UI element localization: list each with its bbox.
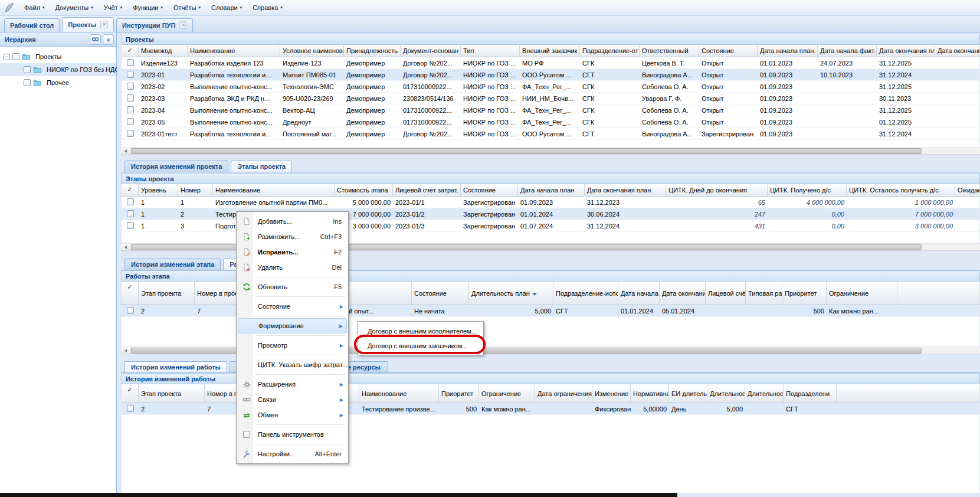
sidebar-splitter[interactable]: [117, 32, 121, 497]
column-header[interactable]: Ограничение: [827, 282, 897, 305]
row-checkbox[interactable]: [127, 118, 134, 125]
table-row[interactable]: 2023-04Выполнение опытно-конс...Вектор-А…: [122, 104, 979, 116]
column-header[interactable]: Дата окончания план: [660, 282, 706, 305]
column-header[interactable]: ✓: [122, 282, 139, 305]
search-icon[interactable]: [90, 34, 101, 45]
context-menu-item[interactable]: Формирование▶: [238, 318, 347, 333]
column-header[interactable]: Подразделени: [784, 384, 837, 403]
main-tab[interactable]: Инструкции ПУП✕: [116, 18, 193, 32]
menubar-item[interactable]: Отчёты▾: [168, 2, 206, 14]
context-menu-item[interactable]: Расширения▶: [238, 377, 347, 392]
main-tab[interactable]: Рабочий стол: [4, 18, 60, 32]
context-menu-item[interactable]: Размножить...Ctrl+F3: [238, 229, 347, 244]
context-menu-item[interactable]: Состояние▶: [238, 299, 347, 314]
menubar-item[interactable]: Функции▾: [127, 2, 168, 14]
scroll-left-button[interactable]: [121, 347, 130, 354]
tree-expander-icon[interactable]: −: [4, 54, 10, 60]
scroll-left-button[interactable]: [121, 244, 130, 250]
column-header[interactable]: Тип: [461, 45, 520, 57]
tab-works[interactable]: История изменений этапа: [124, 259, 221, 270]
context-menu-item[interactable]: ЦИТК. Указать шифр затрат...: [238, 357, 347, 372]
main-tab[interactable]: Проекты✕: [62, 17, 114, 32]
column-header[interactable]: Дата ограничения: [535, 384, 592, 403]
row-checkbox[interactable]: [127, 94, 134, 102]
column-header[interactable]: Ожидае: [955, 184, 980, 196]
column-header[interactable]: Нормативная длит: [631, 384, 669, 403]
column-header[interactable]: ЦИТК. Получено д/с: [768, 184, 847, 196]
column-header[interactable]: Ответственный: [640, 45, 699, 57]
table-row[interactable]: 11Изготовление опытной партии ПМ0...5 00…: [122, 197, 979, 208]
row-checkbox[interactable]: [127, 106, 134, 113]
column-header[interactable]: Номер: [178, 184, 213, 196]
column-header[interactable]: Ограничение: [479, 384, 535, 403]
context-menu-item[interactable]: Связи▶: [238, 392, 347, 407]
column-header[interactable]: ЦИТК. Дней до окончания: [666, 184, 768, 196]
context-menu-item[interactable]: Панель инструментов: [238, 427, 347, 442]
column-header[interactable]: ЕИ длительности: [669, 384, 707, 403]
column-header[interactable]: Подразделение-исполнитель..: [553, 282, 618, 305]
column-header[interactable]: Документ-основан: [401, 45, 461, 57]
context-menu-item[interactable]: Просмотр▶: [238, 338, 347, 353]
row-checkbox[interactable]: [127, 198, 134, 205]
column-header[interactable]: Дата окончания план: [585, 184, 666, 196]
tree-checkbox[interactable]: [24, 66, 31, 73]
column-header[interactable]: Длительность пла: [707, 384, 745, 403]
context-menu-item[interactable]: Исправить...F2: [238, 244, 347, 260]
column-header[interactable]: Этап проекта: [139, 282, 195, 305]
close-icon[interactable]: ✕: [100, 21, 108, 28]
column-header[interactable]: Лицевой счёт затрат.: [393, 184, 461, 196]
column-header[interactable]: Длительность план: [469, 282, 553, 305]
column-header[interactable]: [897, 282, 980, 305]
column-header[interactable]: [837, 384, 980, 403]
column-header[interactable]: Состояние: [699, 45, 758, 57]
table-row[interactable]: 2023-05Выполнение опытно-конс...Дредноут…: [122, 116, 979, 128]
column-header[interactable]: Состояние: [461, 184, 518, 196]
column-header[interactable]: ЦИТК. Осталось получить д/с: [847, 184, 955, 196]
column-header[interactable]: Внешний заказчик: [520, 45, 580, 57]
column-header[interactable]: Дата начала план: [518, 184, 585, 196]
tree-checkbox[interactable]: [24, 79, 31, 86]
column-header[interactable]: Этап проекта: [139, 384, 205, 403]
tab-stages[interactable]: Этапы проекта: [231, 161, 292, 172]
column-header[interactable]: ✓: [122, 45, 139, 57]
table-row[interactable]: 2023-03Разработка ЭКД и РКД н...905-U020…: [122, 93, 979, 104]
menubar-item[interactable]: Словари▾: [206, 2, 247, 14]
column-header[interactable]: Принадлежность: [344, 45, 401, 57]
tree-item[interactable]: НИОКР по ГОЗ без НДС: [0, 63, 116, 76]
column-header[interactable]: Дата начала план.: [758, 45, 818, 57]
column-header[interactable]: Наименование: [188, 45, 280, 57]
column-header[interactable]: Приоритет: [782, 282, 827, 305]
context-menu-item[interactable]: ОбновитьF5: [238, 279, 347, 295]
column-header[interactable]: Типовая работа: [746, 282, 782, 305]
row-checkbox[interactable]: [127, 130, 134, 137]
row-checkbox[interactable]: [127, 307, 134, 314]
row-checkbox[interactable]: [127, 210, 134, 217]
column-header[interactable]: Дата окончани: [935, 45, 980, 57]
column-header[interactable]: ✓: [122, 384, 139, 403]
column-header[interactable]: Приоритет: [439, 384, 479, 403]
table-row[interactable]: 2023-02Выполнение опытно-конс...Технолог…: [122, 81, 979, 93]
tab-work_history[interactable]: История изменений работы: [124, 361, 227, 372]
horizontal-scrollbar[interactable]: [121, 147, 980, 155]
row-checkbox[interactable]: [127, 405, 134, 412]
column-header[interactable]: Уровень: [139, 184, 178, 196]
scroll-left-button[interactable]: [121, 148, 130, 154]
table-row[interactable]: 2023-01Разработка технологии и...Магнит …: [122, 69, 979, 81]
menubar-item[interactable]: Документы▾: [50, 2, 99, 14]
column-header[interactable]: Изменение длите: [592, 384, 631, 403]
column-header[interactable]: Дата начала факт.: [818, 45, 877, 57]
row-checkbox[interactable]: [127, 222, 134, 229]
column-header[interactable]: Наименование: [213, 184, 335, 196]
row-checkbox[interactable]: [127, 59, 134, 66]
context-menu-item[interactable]: Добавить...Ins: [238, 214, 347, 229]
row-checkbox[interactable]: [127, 71, 134, 78]
tree-item[interactable]: −Проекты: [0, 50, 116, 63]
column-header[interactable]: Дата начала план.: [618, 282, 660, 305]
scrollbar-thumb[interactable]: [131, 148, 922, 154]
column-header[interactable]: Состояние: [412, 282, 469, 305]
context-menu-item[interactable]: Настройки...Alt+Enter: [238, 446, 347, 462]
column-header[interactable]: Наименование: [359, 384, 439, 403]
column-header[interactable]: Дата окончания пл: [877, 45, 935, 57]
column-header[interactable]: Стоимость этапа: [335, 184, 393, 196]
row-checkbox[interactable]: [127, 83, 134, 90]
